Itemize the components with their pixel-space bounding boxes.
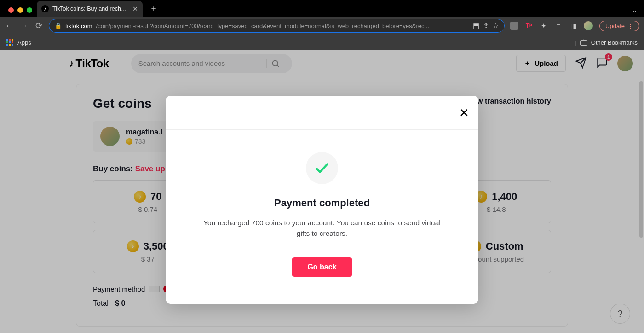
tab-close-button[interactable]: ✕ [132,5,138,12]
window-controls [4,7,37,17]
side-panel-icon[interactable]: ◨ [569,22,577,30]
bookmarks-bar: Apps | Other Bookmarks [0,35,644,50]
window-close-button[interactable] [8,7,14,13]
go-back-button[interactable]: Go back [292,257,352,277]
extension-icon[interactable] [510,22,518,30]
update-label: Update [605,23,625,29]
reading-list-icon[interactable]: ≡ [554,22,563,30]
url-path: /coin/payment-result?coinAmount=700&card… [96,23,470,29]
other-bookmarks-button[interactable]: Other Bookmarks [591,39,638,46]
browser-tab[interactable]: ♪ TikTok coins: Buy and recharge ✕ [37,1,143,17]
url-domain: tiktok.com [65,23,92,29]
modal-title: Payment completed [193,197,451,209]
window-maximize-button[interactable] [27,7,32,13]
back-button[interactable]: ← [5,21,14,31]
modal-overlay[interactable]: ✕ Payment completed You recharged 700 co… [0,50,644,333]
extension-icon[interactable]: Tᵖ [525,22,533,30]
install-app-icon[interactable]: ⬒ [473,22,479,30]
tab-bar: ♪ TikTok coins: Buy and recharge ✕ ＋ ⌄ [0,0,644,17]
extensions-puzzle-icon[interactable]: ✦ [540,22,548,30]
lock-icon: 🔒 [55,23,62,29]
window-minimize-button[interactable] [17,7,23,13]
address-bar[interactable]: 🔒 tiktok.com/coin/payment-result?coinAmo… [49,19,505,33]
payment-completed-modal: ✕ Payment completed You recharged 700 co… [166,96,478,304]
tabs-overflow-button[interactable]: ⌄ [632,6,644,17]
tab-title: TikTok coins: Buy and recharge [52,6,129,12]
apps-icon[interactable] [6,39,14,47]
profile-avatar[interactable] [584,21,593,30]
reload-button[interactable]: ⟳ [34,21,43,31]
browser-update-button[interactable]: Update ⋮ [599,21,639,31]
modal-close-button[interactable]: ✕ [459,106,469,120]
kebab-menu-icon: ⋮ [627,23,633,29]
page: ♪ TikTok Search accounts and videos ＋ Up… [0,50,644,333]
tab-favicon: ♪ [41,5,49,12]
modal-body-text: You recharged 700 coins to your account.… [202,217,442,239]
address-bar-row: ← → ⟳ 🔒 tiktok.com/coin/payment-result?c… [0,17,644,35]
success-check-icon [306,152,338,184]
apps-label[interactable]: Apps [17,39,31,46]
browser-chrome: ♪ TikTok coins: Buy and recharge ✕ ＋ ⌄ ←… [0,0,644,50]
share-icon[interactable]: ⇪ [483,22,489,30]
bookmark-star-icon[interactable]: ☆ [493,22,499,30]
new-tab-button[interactable]: ＋ [147,2,160,15]
forward-button[interactable]: → [19,21,29,31]
folder-icon [580,40,587,46]
extensions-area: Tᵖ ✦ ≡ ◨ Update ⋮ [510,21,639,31]
